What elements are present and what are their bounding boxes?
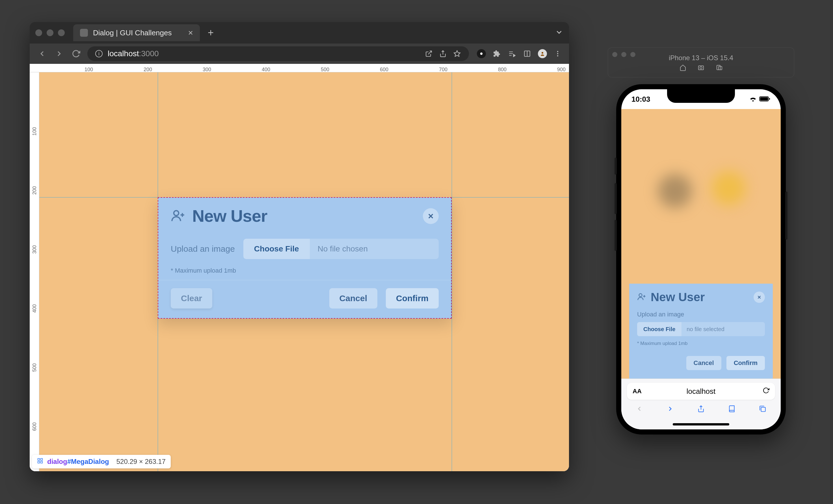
phone-notch — [667, 89, 735, 103]
safari-back-icon[interactable] — [636, 405, 643, 414]
close-tab-icon[interactable]: × — [188, 28, 193, 37]
playlist-icon[interactable] — [507, 49, 517, 58]
safari-reload-icon[interactable] — [763, 387, 769, 396]
menu-icon[interactable] — [553, 49, 562, 58]
back-button[interactable] — [37, 48, 48, 59]
sim-traffic-lights[interactable] — [612, 52, 636, 57]
svg-rect-28 — [760, 97, 768, 101]
mobile-choose-file-button[interactable]: Choose File — [637, 322, 682, 336]
favicon-icon — [80, 29, 88, 37]
confirm-button[interactable]: Confirm — [386, 288, 439, 308]
extension-icon[interactable] — [477, 49, 486, 58]
svg-point-13 — [557, 55, 558, 56]
simulator-window: iPhone 13 – iOS 15.4 10:03 — [608, 48, 794, 437]
add-user-icon — [637, 292, 646, 302]
phone-power-button[interactable] — [785, 192, 787, 240]
extensions-icon[interactable] — [492, 49, 501, 58]
share-icon[interactable] — [439, 50, 447, 58]
svg-point-10 — [542, 52, 543, 54]
svg-point-3 — [480, 53, 482, 55]
devtools-inspect-badge: dialog#MegaDialog 520.29 × 263.17 — [32, 455, 171, 469]
svg-rect-19 — [38, 458, 40, 460]
dialog-title: New User — [192, 206, 267, 226]
mobile-file-picker: Choose File no file selected — [637, 322, 765, 336]
phone-mute-switch[interactable] — [615, 158, 617, 175]
address-bar[interactable]: i localhost:3000 — [87, 46, 469, 61]
home-indicator[interactable] — [673, 423, 729, 426]
safari-share-icon[interactable] — [697, 405, 705, 414]
mobile-confirm-button[interactable]: Confirm — [727, 356, 765, 370]
url-port: :3000 — [139, 49, 159, 58]
background-blob — [658, 174, 692, 208]
svg-point-14 — [174, 210, 178, 215]
add-user-icon — [171, 208, 185, 224]
new-tab-button[interactable]: + — [208, 27, 214, 39]
inspect-selector-tag: dialog — [47, 458, 67, 465]
svg-point-12 — [557, 53, 558, 54]
file-picker: Choose File No file chosen — [243, 239, 439, 259]
svg-rect-22 — [41, 461, 42, 463]
sim-home-icon[interactable] — [680, 64, 686, 71]
phone-screen: 10:03 New User — [621, 89, 781, 429]
reload-button[interactable] — [70, 48, 82, 59]
wifi-icon — [749, 95, 757, 104]
browser-titlebar: Dialog | GUI Challenges × + — [30, 22, 569, 44]
grid-icon — [37, 458, 43, 465]
mobile-upload-label: Upload an image — [637, 311, 765, 318]
svg-point-30 — [639, 294, 642, 297]
mobile-dialog-close[interactable] — [754, 292, 765, 303]
mobile-page: New User Upload an image Choose File no … — [621, 109, 781, 379]
traffic-lights[interactable] — [35, 29, 65, 36]
horizontal-ruler: 100 200 300 400 500 600 700 800 900 — [30, 64, 569, 72]
phone-volume-down[interactable] — [615, 220, 617, 251]
forward-button[interactable] — [53, 48, 65, 59]
dialog-header: New User — [158, 198, 451, 231]
tab-title: Dialog | GUI Challenges — [93, 28, 172, 37]
simulator-titlebar: iPhone 13 – iOS 15.4 — [608, 48, 794, 77]
mobile-dialog: New User Upload an image Choose File no … — [629, 284, 773, 379]
upload-label: Upload an image — [171, 244, 235, 254]
background-blob — [712, 171, 746, 205]
mobile-dialog-title: New User — [651, 291, 705, 304]
svg-rect-21 — [38, 461, 40, 463]
safari-toolbar: AA localhost — [621, 379, 781, 429]
star-icon[interactable] — [453, 50, 461, 58]
reader-mode-icon[interactable]: AA — [633, 387, 642, 395]
svg-marker-7 — [513, 54, 515, 57]
mobile-upload-hint: * Maximum upload 1mb — [637, 341, 765, 346]
tabs-dropdown-icon[interactable] — [555, 28, 563, 37]
browser-tab[interactable]: Dialog | GUI Challenges × — [73, 24, 200, 41]
svg-marker-2 — [454, 51, 460, 56]
open-external-icon[interactable] — [425, 50, 433, 58]
phone-volume-up[interactable] — [615, 183, 617, 214]
browser-toolbar: i localhost:3000 — [30, 44, 569, 64]
safari-url-label: localhost — [687, 387, 716, 396]
mobile-cancel-button[interactable]: Cancel — [686, 356, 721, 370]
cancel-button[interactable]: Cancel — [329, 288, 377, 308]
sim-rotate-icon[interactable] — [716, 64, 722, 71]
devtools-panel-icon[interactable] — [523, 49, 532, 58]
safari-bookmarks-icon[interactable] — [728, 405, 736, 414]
upload-hint: * Maximum upload 1mb — [171, 267, 439, 274]
browser-viewport: 100 200 300 400 500 600 700 800 900 100 … — [30, 64, 569, 471]
inspect-selector-id: #MegaDialog — [67, 458, 109, 465]
svg-point-24 — [700, 67, 702, 69]
page-canvas: New User Upload an image Choose File No … — [39, 72, 569, 471]
choose-file-button[interactable]: Choose File — [243, 239, 310, 259]
clear-button[interactable]: Clear — [171, 288, 212, 308]
safari-forward-icon[interactable] — [667, 405, 674, 414]
svg-point-11 — [557, 51, 558, 52]
safari-tabs-icon[interactable] — [759, 405, 766, 414]
mega-dialog: New User Upload an image Choose File No … — [158, 197, 452, 319]
battery-icon — [759, 95, 770, 104]
safari-address-bar[interactable]: AA localhost — [627, 383, 775, 400]
status-time: 10:03 — [632, 95, 650, 104]
url-host: localhost — [108, 49, 139, 58]
profile-icon[interactable] — [538, 49, 547, 58]
svg-line-0 — [428, 51, 432, 54]
dialog-close-button[interactable] — [423, 208, 439, 224]
simulator-title: iPhone 13 – iOS 15.4 — [669, 54, 733, 62]
site-info-icon[interactable]: i — [95, 50, 103, 57]
sim-screenshot-icon[interactable] — [698, 64, 705, 71]
svg-rect-20 — [41, 458, 42, 460]
